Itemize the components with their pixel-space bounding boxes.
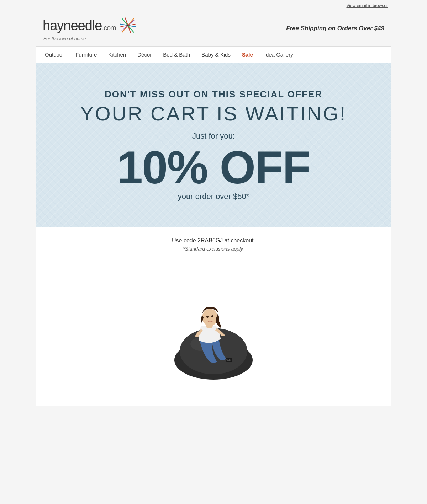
logo-suffix: .com — [102, 24, 116, 32]
logo-text: hayneedle.com — [43, 19, 116, 32]
nav-item-outdoor[interactable]: Outdoor — [39, 47, 70, 63]
hero-order-text: your order over $50* — [178, 192, 249, 201]
svg-point-6 — [127, 25, 128, 26]
hero-divider-top: Just for you: — [43, 132, 384, 141]
hero-discount-text: 10% OFF — [43, 144, 384, 191]
logo-name: hayneedle — [43, 18, 102, 33]
view-email-link[interactable]: View email in browser — [347, 3, 388, 8]
top-bar: View email in browser — [36, 0, 391, 10]
hero-content: DON'T MISS OUT ON THIS SPECIAL OFFER YOU… — [43, 89, 384, 202]
nav-item-furniture[interactable]: Furniture — [70, 47, 102, 63]
svg-point-11 — [202, 309, 218, 326]
hero-just-for-you-text: Just for you: — [192, 132, 235, 141]
nav-item-idea-gallery[interactable]: Idea Gallery — [259, 47, 299, 63]
hero-line-right — [240, 136, 304, 136]
promo-section: Use code 2RAB6GJ at checkout. *Standard … — [36, 227, 391, 262]
hero-banner: DON'T MISS OUT ON THIS SPECIAL OFFER YOU… — [36, 63, 391, 227]
beanbag-svg: TAG — [157, 269, 270, 383]
hero-order-line-right — [254, 197, 318, 197]
svg-point-13 — [211, 315, 214, 317]
nav-item-bed-bath[interactable]: Bed & Bath — [157, 47, 196, 63]
main-nav: Outdoor Furniture Kitchen Décor Bed & Ba… — [36, 47, 391, 63]
logo-area: hayneedle.com For t — [43, 16, 138, 41]
nav-item-kitchen[interactable]: Kitchen — [102, 47, 132, 63]
nav-item-decor[interactable]: Décor — [132, 47, 157, 63]
svg-point-12 — [206, 316, 209, 318]
hero-line-left — [123, 136, 187, 136]
logo-row: hayneedle.com — [43, 16, 138, 35]
svg-text:TAG: TAG — [226, 359, 231, 361]
hero-order-line-left — [109, 197, 173, 197]
hero-cart-waiting-text: YOUR CART IS WAITING! — [43, 103, 384, 125]
promo-exclusions-text: *Standard exclusions apply. — [43, 246, 384, 252]
promo-code-text: Use code 2RAB6GJ at checkout. — [43, 237, 384, 244]
starburst-icon — [118, 16, 138, 35]
product-section: TAG — [36, 262, 391, 406]
product-image: TAG — [157, 269, 270, 383]
hero-dont-miss-text: DON'T MISS OUT ON THIS SPECIAL OFFER — [43, 89, 384, 100]
nav-item-sale[interactable]: Sale — [236, 47, 259, 63]
header: hayneedle.com For t — [36, 10, 391, 47]
logo-tagline: For the love of home — [43, 36, 138, 41]
nav-item-baby-kids[interactable]: Baby & Kids — [196, 47, 236, 63]
free-shipping-text: Free Shipping on Orders Over $49 — [286, 25, 384, 32]
hero-order-row: your order over $50* — [43, 192, 384, 201]
